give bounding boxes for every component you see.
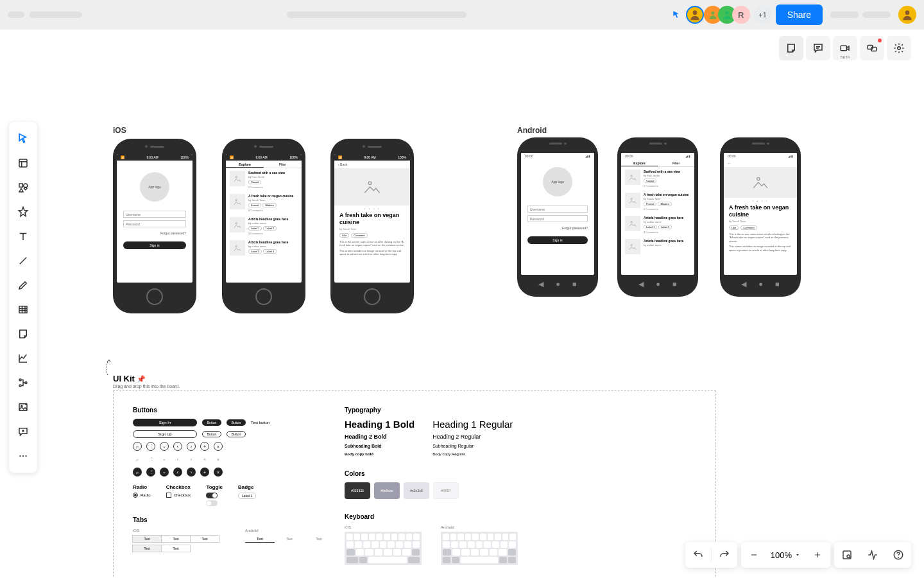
article-content: A fresh take on vegan cuisine by Sarah T… (334, 212, 410, 256)
toggle-on (206, 493, 218, 498)
android-nav: ◀●■ (720, 275, 801, 293)
phone-android-feed[interactable]: 00:00◢ ▮ Explore Filter Seafood with a s… (617, 137, 698, 297)
svg-point-28 (631, 245, 632, 246)
plus-icon: + (200, 468, 209, 477)
uikit-subtitle: Drag and drop this into the board. (113, 384, 180, 389)
feed-tabs: Explore Filter (621, 159, 694, 167)
phone-notch (617, 137, 698, 150)
badge-col: BadgeLabel 1 (238, 484, 256, 506)
buttons-heading: Buttons (133, 407, 312, 414)
tabs-3: TextTextText (133, 535, 219, 543)
phone-screen: 📶9:00 AM100% App logo Username Password … (117, 154, 193, 283)
tab-explore: Explore (226, 161, 264, 168)
app-logo: App logo (543, 167, 572, 197)
close-icon: × (214, 468, 223, 477)
status-bar: 📶9:00 AM100% (117, 154, 193, 161)
phone-ios-feed[interactable]: 📶9:00 AM100% Explore Filter Seafood with… (222, 139, 305, 313)
phone-android-detail[interactable]: 00:00◢ ▮ ← • • • • A fresh take on vegan… (720, 137, 801, 297)
keyboard-heading: Keyboard (345, 513, 537, 520)
checkbox-col: CheckboxCheckbox (166, 484, 191, 506)
android-nav: ◀●■ (617, 275, 698, 293)
chevron-right-icon: › (187, 455, 196, 464)
bottom-bar: 100% (685, 542, 911, 568)
tabs-2: TextText (133, 545, 219, 552)
search-icon: ⌕ (133, 442, 142, 451)
checkbox-icon (166, 493, 171, 498)
status-bar: 00:00◢ ▮ (621, 153, 694, 159)
article-content: A fresh take on vegan cuisine by Sarah T… (724, 204, 797, 252)
btn-small-dark: Button (202, 419, 221, 426)
swatch: #f5f5f7 (433, 482, 459, 499)
topbar-left (8, 12, 82, 18)
share-button[interactable]: Share (776, 4, 823, 25)
typo-heading: Typography (345, 407, 537, 414)
signin-button-mock: Sign in (527, 236, 588, 244)
svg-point-24 (368, 182, 372, 185)
hero-image (334, 168, 410, 206)
close-icon: × (214, 455, 223, 464)
tabs-android-col: Android TextTextText (245, 529, 334, 554)
more-icon: ⋮ (146, 468, 155, 477)
svg-point-21 (235, 200, 237, 201)
chevron-left-icon: ‹ (173, 468, 182, 477)
breadcrumb-placeholder[interactable] (287, 12, 466, 18)
phone-screen: 00:00◢ ▮ ← • • • • A fresh take on vegan… (724, 153, 797, 275)
tabs-ios-col: iOS TextTextText TextText (133, 529, 219, 554)
swatch: #9e9eae (374, 482, 400, 499)
zoom-level[interactable]: 100% (767, 550, 805, 560)
list-item: Article headline goes hereby author name… (621, 213, 694, 236)
btn-text: Text button (251, 421, 270, 425)
svg-point-26 (631, 198, 632, 200)
account-avatar[interactable] (898, 6, 916, 24)
svg-point-25 (631, 175, 632, 177)
hero-image (724, 167, 797, 198)
activity-button[interactable] (860, 542, 886, 568)
uikit-typo-col: Typography Heading 1 Bold Heading 2 Bold… (345, 407, 537, 567)
uikit-panel[interactable]: Buttons Sign In Button Button Text butto… (113, 390, 716, 578)
more-icon: ⋮ (146, 455, 155, 464)
svg-point-3 (905, 10, 910, 15)
redo-button[interactable] (712, 542, 737, 568)
topbar-action-placeholder[interactable] (862, 12, 891, 18)
username-input: Username (123, 211, 186, 218)
zoom-in-button[interactable] (805, 542, 830, 568)
collaborator-avatar[interactable]: R (732, 6, 750, 24)
help-button[interactable] (886, 542, 911, 568)
undo-button[interactable] (685, 542, 711, 568)
cursor-indicator-icon (672, 10, 681, 19)
phone-ios-login[interactable]: 📶9:00 AM100% App logo Username Password … (113, 139, 196, 313)
tabs-underline: TextTextText (245, 535, 334, 543)
more-collaborators[interactable]: +1 (754, 6, 772, 24)
icon-row-gray: ⌕ ⋮ ⌄ ‹ › + × (133, 455, 312, 464)
phone-ios-detail[interactable]: 📶9:00 AM100% ‹ Back • • • • A fresh take… (330, 139, 414, 313)
board-title-placeholder[interactable] (30, 12, 82, 18)
chevron-left-icon: ‹ (173, 455, 182, 464)
chevron-down-icon: ⌄ (160, 442, 169, 451)
btn-small-dark: Button (227, 419, 246, 426)
signin-button-mock: Sign in (123, 241, 186, 249)
canvas[interactable]: iOS Android 📶9:00 AM100% App logo Userna… (0, 30, 924, 578)
color-swatches: #333333 #9e9eae #e2e2e8 #f5f5f7 (345, 482, 537, 499)
phone-notch (113, 139, 196, 154)
chevron-right-icon: › (187, 468, 196, 477)
status-bar: 📶9:00 AM100% (226, 154, 302, 161)
undo-redo-group (685, 542, 737, 568)
plus-icon: + (200, 442, 209, 451)
svg-point-2 (725, 12, 728, 15)
svg-point-0 (692, 10, 697, 15)
svg-point-22 (235, 223, 237, 224)
btn-small-outline: Button (227, 431, 246, 437)
current-user-avatar[interactable] (686, 6, 704, 24)
topbar-action-placeholder[interactable] (830, 12, 859, 18)
phone-screen: 📶9:00 AM100% Explore Filter Seafood with… (226, 154, 302, 283)
logo-placeholder[interactable] (8, 12, 24, 18)
toggle-off (206, 500, 218, 506)
zoom-out-button[interactable] (741, 542, 767, 568)
phone-android-login[interactable]: 00:00◢ ▮ App logo Username Password Forg… (517, 137, 598, 297)
uikit-buttons-col: Buttons Sign In Button Button Text butto… (133, 407, 312, 567)
minimap-button[interactable] (834, 542, 860, 568)
list-item: A fresh take on vegan cuisineby Sarah To… (226, 191, 302, 215)
more-icon: ⋮ (146, 442, 155, 451)
chevron-left-icon: ‹ (173, 442, 182, 451)
phone-notch (517, 137, 598, 150)
